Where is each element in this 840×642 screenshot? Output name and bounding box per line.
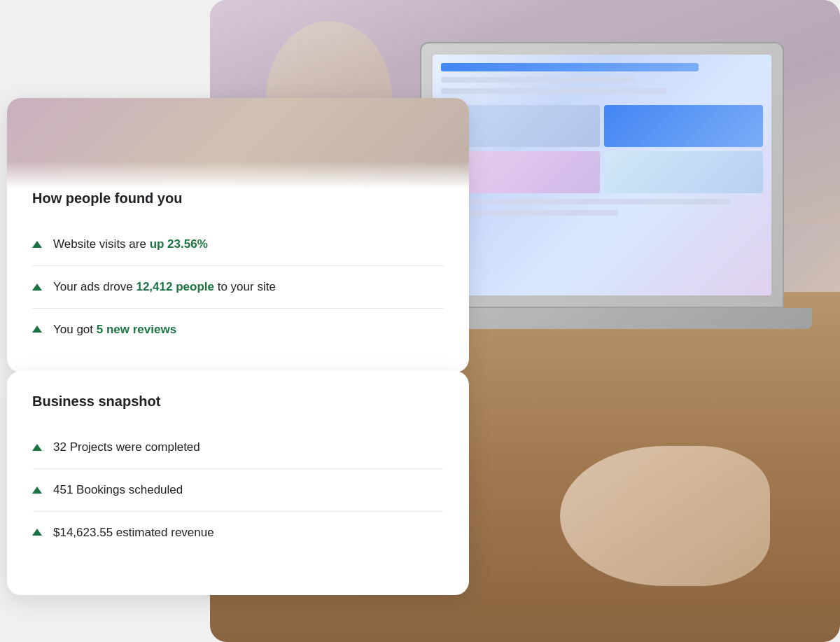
card-how-people-found-you: How people found you Website visits are …	[7, 98, 469, 372]
stat-reviews-highlight: 5 new reviews	[97, 323, 176, 336]
page-wrapper: How people found you Website visits are …	[0, 0, 840, 642]
stat-bookings-text: 451 Bookings scheduled	[53, 482, 183, 498]
stat-ads-highlight: 12,412 people	[136, 280, 214, 293]
card-business-snapshot: Business snapshot 32 Projects were compl…	[7, 371, 469, 595]
stat-revenue-text: $14,623.55 estimated revenue	[53, 524, 214, 541]
stat-estimated-revenue: $14,623.55 estimated revenue	[32, 512, 444, 554]
laptop-screen	[433, 55, 771, 295]
laptop-body	[420, 42, 784, 308]
arrow-up-icon-3	[32, 326, 42, 333]
card-top-title: How people found you	[32, 190, 444, 207]
stat-bookings-scheduled: 451 Bookings scheduled	[32, 469, 444, 512]
arrow-up-icon	[32, 241, 42, 248]
arrow-up-icon-2	[32, 284, 42, 291]
arrow-up-icon-4	[32, 444, 42, 451]
stat-projects-text: 32 Projects were completed	[53, 439, 200, 456]
stat-website-visits-highlight: up 23.56%	[150, 237, 208, 251]
card-bottom-title: Business snapshot	[32, 393, 444, 410]
arrow-up-icon-5	[32, 487, 42, 494]
stat-projects-completed: 32 Projects were completed	[32, 426, 444, 469]
arrow-up-icon-6	[32, 529, 42, 536]
card-top-photo	[7, 98, 469, 189]
stat-ads-drove: Your ads drove 12,412 people to your sit…	[32, 266, 444, 309]
stat-website-visits: Website visits are up 23.56%	[32, 223, 444, 266]
stat-ads-text: Your ads drove 12,412 people to your sit…	[53, 279, 276, 295]
person-hands	[560, 446, 770, 586]
stat-reviews-text: You got 5 new reviews	[53, 321, 176, 338]
stat-website-visits-text: Website visits are up 23.56%	[53, 236, 208, 253]
stat-new-reviews: You got 5 new reviews	[32, 309, 444, 351]
